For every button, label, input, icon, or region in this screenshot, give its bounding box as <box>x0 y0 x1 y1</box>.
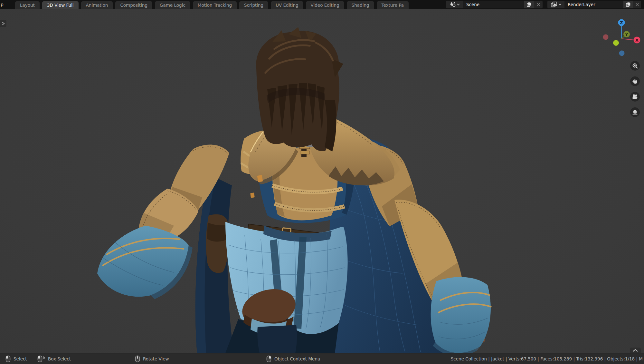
scene-stats: Scene Collection | Jacket | Verts:67,500… <box>451 353 643 364</box>
hint-label: Object Context Menu <box>274 356 320 361</box>
tab-scripting[interactable]: Scripting <box>239 1 268 9</box>
gizmo-axis-front-y[interactable] <box>613 40 619 46</box>
scene-browse-button[interactable] <box>446 1 463 8</box>
scene-selector: Scene <box>446 1 543 8</box>
tab-motion-tracking[interactable]: Motion Tracking <box>193 1 237 9</box>
toolbar-expand-flap[interactable] <box>0 20 6 27</box>
statusbar: Select Box Select Rotate View Objec <box>0 353 644 364</box>
hair <box>256 27 343 152</box>
nav-gizmo: Z Y X <box>603 19 640 56</box>
hint-label: Rotate View <box>143 356 169 361</box>
tab-layout[interactable]: Layout <box>15 1 40 9</box>
gizmo-axis-y[interactable]: Y <box>623 31 630 37</box>
topbar: p Layout 3D View Full Animation Composit… <box>0 0 644 9</box>
mouse-middle-icon <box>135 355 140 362</box>
gizmo-axis-x[interactable]: X <box>634 37 640 44</box>
mouse-right-icon <box>266 355 271 362</box>
hint-select: Select <box>5 353 27 364</box>
duplicate-icon <box>625 2 631 7</box>
character-model[interactable] <box>97 27 491 353</box>
movie-camera-icon <box>632 94 638 100</box>
hint-box-select: Box Select <box>37 353 71 364</box>
perspective-grid-icon <box>632 109 638 115</box>
workspace-tabs: Layout 3D View Full Animation Compositin… <box>15 0 430 9</box>
chevron-right-icon <box>1 21 5 26</box>
renderlayer-icon <box>551 1 557 8</box>
clipped-help-menu[interactable]: p <box>1 1 4 8</box>
duplicate-icon <box>526 2 532 7</box>
view-layer-selector: RenderLayer <box>547 1 641 8</box>
chevron-down-icon <box>457 3 460 6</box>
hint-rotate-view: Rotate View <box>135 353 169 364</box>
tab-texture-paint[interactable]: Texture Pa <box>377 1 409 9</box>
blender-window: p Layout 3D View Full Animation Composit… <box>0 0 644 364</box>
tab-3d-view-full[interactable]: 3D View Full <box>42 1 79 9</box>
view-layer-name-field[interactable]: RenderLayer <box>564 1 623 8</box>
gizmo-axis-neg-z[interactable] <box>619 51 625 56</box>
tab-uv-editing[interactable]: UV Editing <box>271 1 303 9</box>
viewport-canvas: Z Y X <box>0 9 644 353</box>
svg-text:Y: Y <box>625 32 628 37</box>
chevron-up-icon <box>632 349 639 352</box>
tab-compositing[interactable]: Compositing <box>115 1 152 9</box>
tab-animation[interactable]: Animation <box>81 1 113 9</box>
scene-unlink-button[interactable] <box>534 1 543 8</box>
mouse-left-icon <box>5 355 11 362</box>
close-icon <box>635 2 639 7</box>
orthographic-toggle-button[interactable] <box>630 107 640 117</box>
hint-object-context-menu: Object Context Menu <box>266 353 320 364</box>
viewport-3d[interactable]: Z Y X <box>0 9 644 353</box>
zoom-button[interactable] <box>630 61 640 71</box>
close-icon <box>536 2 541 7</box>
tab-shading[interactable]: Shading <box>347 1 374 9</box>
tab-game-logic[interactable]: Game Logic <box>155 1 190 9</box>
mouse-left-drag-icon <box>37 355 45 362</box>
scene-stats-text: Scene Collection | Jacket | Verts:67,500… <box>451 356 643 361</box>
hand-icon <box>632 78 638 84</box>
magnifier-plus-icon <box>632 63 638 69</box>
scene-name-field[interactable]: Scene <box>463 1 524 8</box>
pan-button[interactable] <box>630 76 640 86</box>
tab-video-editing[interactable]: Video Editing <box>306 1 344 9</box>
hint-label: Select <box>14 356 27 361</box>
view-layer-browse-button[interactable] <box>547 1 564 8</box>
view-layer-duplicate-button[interactable] <box>623 1 633 8</box>
viewport-nav-buttons <box>630 61 640 117</box>
scene-icon <box>450 1 456 8</box>
scene-duplicate-button[interactable] <box>524 1 534 8</box>
view-layer-remove-button[interactable] <box>633 1 641 8</box>
camera-view-button[interactable] <box>630 92 640 102</box>
gizmo-axis-neg-x[interactable] <box>603 34 609 40</box>
svg-text:X: X <box>635 38 639 43</box>
svg-text:Z: Z <box>620 20 623 25</box>
chevron-down-icon <box>558 3 561 6</box>
gizmo-axis-z[interactable]: Z <box>618 19 625 26</box>
hint-label: Box Select <box>48 356 71 361</box>
region-expand-flap[interactable] <box>630 348 641 353</box>
